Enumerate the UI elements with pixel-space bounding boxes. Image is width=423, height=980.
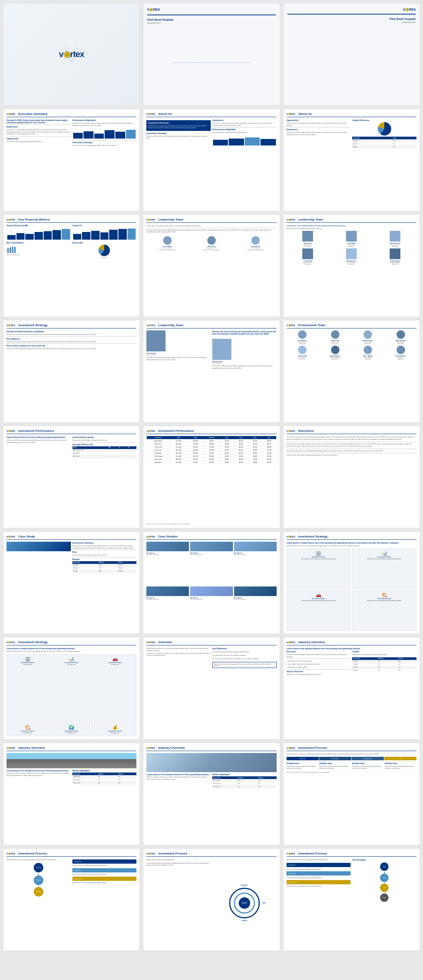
slide-case-studies: v◉rtex Case Studies New Street Est. 2015…: [143, 531, 280, 634]
leader-2: David Turf President & CFO Dummy text of…: [203, 236, 220, 251]
identify-title: Identify potential portfolio candidates: [7, 330, 136, 333]
slide-executive-summary: v◉rtex Executive Summary Founded in 2008…: [3, 109, 140, 211]
growth-yoy-label: Growth YoY: [72, 225, 137, 227]
slide-inv-perf-1: v◉rtex Investment Performance Opportunit…: [3, 426, 140, 528]
pro-4: Miranda Gate Vice President Dummy text.: [385, 330, 416, 345]
overview-body: Opportunity dummy text of the printing a…: [146, 647, 211, 652]
stage-3: Stage Three: [72, 877, 137, 881]
slide-industry-building: v◉rtex Industry Overview Larum ipsum is …: [143, 743, 280, 845]
slide-professional-team: v◉rtex Professional Team Jacob Miller Vi…: [283, 320, 420, 423]
stage-4-3: Stage Three: [287, 880, 351, 884]
slide-logo: v◉rtex: [7, 641, 15, 644]
theme-2: 📊 Investment Theme Dummy text of the pri…: [352, 549, 416, 589]
inv-process-body: Dummy text of the printing and typesetti…: [287, 753, 416, 755]
inv-process-2-body: Standard dummy text of the printing and …: [7, 859, 71, 861]
slide-title: Executive Summary: [18, 112, 48, 116]
growth-metrics-label: More Growth Metrics: [7, 242, 71, 244]
theme-3: 🚗 Investment Theme Dummy text of the pri…: [287, 590, 351, 630]
slide-title: Investment Process: [298, 746, 327, 750]
slide-logo: v◉rtex: [146, 430, 155, 433]
case-img-2: [190, 542, 233, 551]
investment-strategy-title: Investment Strategy: [146, 132, 211, 134]
case-6: New Street Est. 2015 - New York: [234, 586, 277, 630]
leader-b: Jacob Miller President Dummy text.: [330, 231, 373, 247]
case-img-6: [234, 586, 277, 596]
slide-title: Leadership Team: [158, 218, 183, 221]
theme-2-1: 🏢 Investment Theme Dummy text.: [7, 654, 49, 722]
experience-title2: Experience: [287, 128, 351, 131]
logo-small: v◉rtex: [147, 7, 160, 11]
slide-title: Key Financial Metrics: [18, 218, 50, 221]
returns-table: Fund3M1Y2Y Alpha Direct Tech------ Beta …: [72, 446, 137, 458]
table-footnote: Note: Dummy text. There are many variati…: [146, 523, 276, 525]
stage-4-1: Stage One: [287, 863, 351, 867]
slide-title: Industry Overview: [18, 746, 45, 750]
slide-logo: v◉rtex: [287, 218, 295, 221]
founded-text: Founded in 2008, Vortex Investments have…: [7, 119, 71, 124]
money-icon: 💰: [96, 725, 134, 730]
leader-f: David Hamler Portfolio Manager Dummy tex…: [374, 248, 416, 265]
leader-photo-e: [346, 248, 357, 259]
city-market-table: Lorem TitleHeadlinePipeline Dummy textte…: [72, 773, 137, 784]
overview-highlight-box: There are many variations of passages of…: [212, 662, 277, 668]
slide-case-study: v◉rtex Case Study Investment Summary Dum…: [3, 531, 140, 634]
slide-title: Investment Process: [158, 852, 187, 855]
key-3: › Dummy text since the 1500s.: [287, 666, 351, 668]
slide-logo: v◉rtex: [146, 852, 155, 855]
slide-title: Investment Process: [298, 852, 327, 855]
performance-highlights-title: Performance Highlights: [212, 128, 277, 131]
pro-photo-4: [397, 330, 405, 339]
case-img-4: [146, 586, 189, 596]
slide-title: Industry Overview: [158, 746, 185, 750]
phase-acquisition: Acquisition: [319, 757, 351, 760]
case-2: New Street Est. 2015 - New York: [190, 542, 233, 585]
pro-2: David Turf Vice President Dummy text.: [319, 330, 351, 345]
leader-photo-a: [302, 231, 313, 242]
market-highlights-building: Market Highlights: [212, 773, 277, 776]
slide-logo: v◉rtex: [7, 113, 15, 116]
slide-logo: v◉rtex: [7, 746, 15, 750]
pro-photo-7: [364, 346, 372, 354]
theme-2-2: 📊 Investment Theme Dummy text.: [50, 654, 93, 722]
design-label: DESIGN: [242, 920, 247, 921]
building-icon: 🏢: [289, 550, 349, 556]
slide-title: Investment Strategy: [18, 640, 48, 644]
slide-industry-overview: v◉rtex Industry Overview Lorem ipsum is …: [283, 637, 420, 740]
leader-photo-d: [302, 248, 313, 259]
pro-photo-5: [298, 346, 307, 354]
slide-logo: v◉rtex: [7, 535, 15, 538]
construction-icon: 🏗️: [354, 592, 415, 598]
case-3: New Street Est. 2015 - New York: [234, 542, 277, 585]
disclosure-body: Lorem ipsum dummy text of the printing a…: [287, 436, 416, 441]
slide-title: Investment Process: [18, 852, 48, 855]
car-icon-2: 🚗: [96, 656, 134, 662]
strategy-circle-2: Step 2: [380, 874, 389, 882]
slide-inv-strategy-3: v◉rtex Investment Strategy Lorem ipsum i…: [3, 637, 140, 740]
due-diligence-title: Due diligence: [7, 338, 136, 340]
case-1: New Street Est. 2015 - New York: [146, 542, 189, 585]
chart-icon-2: 📊: [52, 656, 91, 662]
key-bullet-2: ›: [287, 663, 287, 665]
slide-title: Case Study: [18, 535, 35, 538]
slide-2: VORTEX v◉rtex Pitch Book Template Decemb…: [143, 3, 280, 106]
slide-logo: v◉rtex: [287, 641, 295, 644]
slide-logo: v◉rtex: [7, 218, 15, 221]
pro-photo-2: [331, 330, 339, 339]
slide-logo: v◉rtex: [146, 535, 155, 538]
process-connector-1: [38, 874, 39, 875]
theme-4: 🏗️ Investment Theme Dummy text of the pr…: [352, 590, 416, 630]
monitor-label: MONITOR: [241, 885, 248, 886]
building-market-table: Lorem TitleHeadlinePipeline Dummy textte…: [212, 776, 277, 788]
slide-title: About Us: [298, 112, 312, 116]
theme-2-4: 🏗️ Investment Theme Dummy text.: [7, 723, 49, 736]
subtitle-3: Subtitle Here Dummy text of the printing…: [352, 762, 384, 769]
strategy-circle-1: Step 1: [380, 862, 389, 871]
slide-title: Leadership Team: [158, 323, 183, 327]
slide-about-us-2: v◉rtex About Us Opportunity Dummy text o…: [283, 109, 420, 211]
inv-process-4-body: Standard dummy text of the printing and …: [287, 859, 351, 861]
slide-logo: v◉rtex: [7, 852, 15, 855]
slide-industry-city: v◉rtex Industry Overview Larum ipsum is …: [3, 743, 140, 845]
revenue-mix-label: Revenue Mix: [72, 242, 137, 244]
slide-logo: v◉rtex: [287, 324, 295, 327]
slide-title: Investment Strategy: [298, 535, 327, 538]
